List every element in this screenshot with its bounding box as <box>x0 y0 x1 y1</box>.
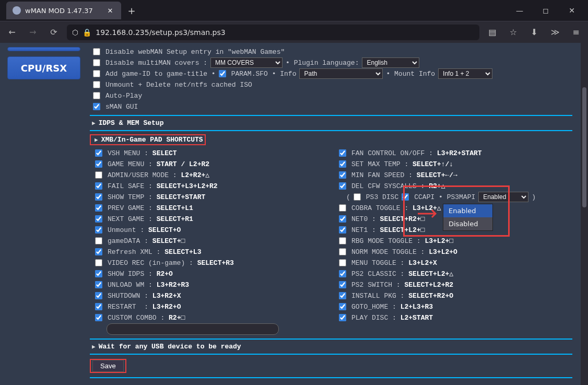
chk-right-b-2[interactable] <box>339 226 346 234</box>
chk-left-6[interactable] <box>95 215 102 223</box>
chk-left-5[interactable] <box>95 204 102 212</box>
close-icon[interactable]: ✕ <box>105 6 115 15</box>
chk-left-9[interactable] <box>95 248 102 255</box>
sidebar-item-cpu-rsx[interactable]: CPU/RSX <box>7 56 80 79</box>
browser-tab[interactable]: wMAN MOD 1.47.37 ✕ <box>6 2 121 19</box>
lbl: RESTART : L3+R2+O <box>108 303 181 311</box>
col-right: FAN CONTROL ON/OFF : L3+R2+STARTSET MAX … <box>334 146 572 335</box>
sel-covers[interactable]: MM COVERS <box>210 57 283 68</box>
dropdown-option-disabled[interactable]: Disabled <box>443 217 492 230</box>
lbl: Disable multiMAN covers : <box>105 59 207 67</box>
section-usb[interactable]: Wait for any USB device to be ready <box>90 343 572 351</box>
chk-left-7[interactable] <box>95 226 102 234</box>
chk-right-b-9[interactable] <box>339 303 346 310</box>
chk-right-b-0[interactable] <box>339 204 346 212</box>
overflow-icon[interactable]: ≫ <box>547 25 563 40</box>
chk-left-3[interactable] <box>95 182 102 190</box>
custom-combo-input[interactable] <box>107 323 279 335</box>
lbl: NEXT GAME : SELECT+R1 <box>108 215 193 223</box>
chk-right-b-5[interactable] <box>339 259 346 266</box>
url-text: 192.168.0.235/setup.ps3/sman.ps3 <box>96 28 225 37</box>
lbl: • Mount Info <box>386 70 435 78</box>
lbl: VSH MENU : SELECT <box>108 149 177 157</box>
lock-icon: 🔒 <box>83 28 91 37</box>
chk-left-15[interactable] <box>95 314 102 321</box>
dropdown-option-enabled[interactable]: Enabled <box>443 204 492 217</box>
lbl: CCAPI • PS3MAPI <box>414 193 475 201</box>
sel-ps3mapi[interactable]: Enabled <box>478 192 528 202</box>
chk-right-a-1[interactable] <box>339 160 346 168</box>
close-window-button[interactable]: ✕ <box>560 2 584 19</box>
minimize-button[interactable]: — <box>508 2 532 19</box>
reload-button[interactable]: ⟳ <box>46 25 62 40</box>
chk-left-0[interactable] <box>95 149 102 157</box>
lbl: Wait for any USB device to be ready <box>99 343 241 351</box>
chk-left-12[interactable] <box>95 281 102 288</box>
chk-left-8[interactable] <box>95 237 102 244</box>
lbl: PS2 CLASSIC : SELECT+L2+△ <box>351 270 453 278</box>
lbl: SHOW IDPS : R2+O <box>108 270 173 278</box>
download-icon[interactable]: ⬇ <box>526 25 542 40</box>
chk-right-a-2[interactable] <box>339 171 346 179</box>
browser-titlebar: wMAN MOD 1.47.37 ✕ + — ◻ ✕ <box>0 0 588 21</box>
chk-left-11[interactable] <box>95 270 102 277</box>
dropdown-ps3mapi-open[interactable]: Enabled Disabled <box>443 204 493 231</box>
url-bar[interactable]: ⬡ 🔒 192.168.0.235/setup.ps3/sman.ps3 <box>67 25 479 40</box>
chk-left-2[interactable] <box>95 171 102 179</box>
divider <box>90 115 572 116</box>
section-pad[interactable]: XMB/In-Game PAD SHORTCUTS <box>92 136 203 144</box>
sel-lang[interactable]: English <box>362 57 419 68</box>
pad-shortcuts-grid: VSH MENU : SELECTGAME MENU : START / L2+… <box>90 146 572 335</box>
chk-right-a-3[interactable] <box>339 182 346 190</box>
save-button[interactable]: Save <box>92 360 124 372</box>
back-button[interactable]: ← <box>4 25 20 40</box>
chk-disable-covers[interactable] <box>93 59 100 66</box>
chk-ps3disc[interactable] <box>354 193 361 201</box>
paren: ) <box>532 193 536 201</box>
chk-right-b-6[interactable] <box>339 270 346 277</box>
page-content: CPU/RSX Disable webMAN Setup entry in "w… <box>0 43 588 385</box>
lbl: PS3 DISC <box>366 193 398 201</box>
chk-right-b-1[interactable] <box>339 215 346 223</box>
sel-info[interactable]: Path <box>299 68 383 79</box>
maximize-button[interactable]: ◻ <box>534 2 558 19</box>
highlight-box-save: Save <box>90 359 126 373</box>
chk-right-b-3[interactable] <box>339 237 346 244</box>
scrollbar-vertical[interactable] <box>581 43 588 385</box>
chk-sman-gui[interactable] <box>93 103 100 110</box>
reader-icon[interactable]: ▤ <box>485 25 500 40</box>
chk-auto-play[interactable] <box>93 92 100 99</box>
chk-left-1[interactable] <box>95 160 102 168</box>
lbl: MENU TOGGLE : L3+L2+X <box>351 259 437 267</box>
lbl: FAIL SAFE : SELECT+L3+L2+R2 <box>108 182 218 190</box>
lbl: PARAM.SFO • Info <box>231 70 297 78</box>
window-controls: — ◻ ✕ <box>508 2 584 19</box>
chk-disable-setup[interactable] <box>93 48 100 55</box>
chk-left-13[interactable] <box>95 292 102 299</box>
lbl: IDPS & MEM Setup <box>99 119 164 127</box>
chk-ccapi[interactable] <box>402 193 409 201</box>
section-idps[interactable]: IDPS & MEM Setup <box>90 119 572 127</box>
chk-left-14[interactable] <box>95 303 102 310</box>
lbl: NORM MODE TOGGLE : L3+L2+O <box>351 248 457 256</box>
chk-add-gameid[interactable] <box>93 70 100 77</box>
chk-unmount-delete[interactable] <box>93 81 100 88</box>
menu-icon[interactable]: ≡ <box>568 25 584 40</box>
lbl: SHUTDOWN : L3+R2+X <box>108 292 181 300</box>
chk-right-b-7[interactable] <box>339 281 346 288</box>
chk-right-b-8[interactable] <box>339 292 346 299</box>
bookmark-icon[interactable]: ☆ <box>505 25 521 40</box>
chk-param-sfo[interactable] <box>219 70 226 77</box>
chk-left-4[interactable] <box>95 193 102 201</box>
chk-right-b-4[interactable] <box>339 248 346 255</box>
new-tab-button[interactable]: + <box>124 3 139 18</box>
chk-right-b-10[interactable] <box>339 314 346 321</box>
tab-favicon <box>13 6 21 15</box>
lbl: NET1 : SELECT+L2+□ <box>351 226 425 234</box>
chk-left-10[interactable] <box>95 259 102 266</box>
lbl: FAN CONTROL ON/OFF : L3+R2+START <box>351 149 482 157</box>
sel-mount[interactable]: Info 1 + 2 <box>438 68 492 79</box>
lbl: Unmount : SELECT+O <box>108 226 181 234</box>
chk-right-a-0[interactable] <box>339 149 346 157</box>
sidebar-item-prev[interactable] <box>7 47 80 51</box>
